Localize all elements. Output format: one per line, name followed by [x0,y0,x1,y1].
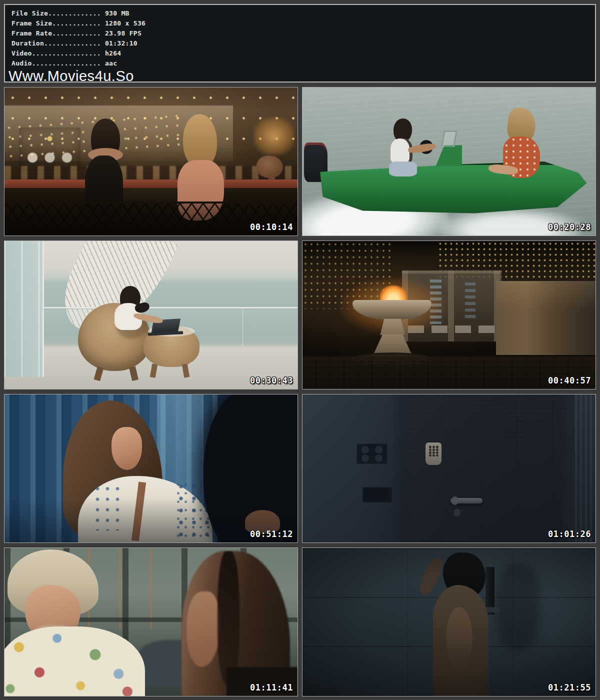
bar-counter [4,180,298,188]
timestamp-overlay: 00:10:14 [250,222,293,232]
market-stalls [4,166,298,180]
screenshot-courtyard-fire: 00:40:57 [302,240,596,390]
windshield [441,130,458,147]
timestamp-overlay: 00:30:43 [250,376,293,386]
fountain-stem [380,318,405,335]
darkness-overlay [302,394,596,542]
info-line-frame-size: Frame Size............ 1280 x 536 [12,18,589,28]
info-line-frame-rate: Frame Rate............ 23.98 FPS [12,28,589,38]
screenshot-shower: 01:21:55 [302,548,596,696]
screenshot-night-market: 00:10:14 [4,87,298,236]
glass-wall [4,241,44,377]
timestamp-overlay: 00:51:12 [250,529,293,539]
screenshot-two-men: 01:11:41 [4,548,298,696]
screenshot-grid: 00:10:14 00:20:28 [4,87,596,696]
handbag [256,156,283,178]
green-boat-hull [320,162,586,214]
info-line-file-size: File Size............. 930 MB [12,8,589,18]
timestamp-overlay: 00:40:57 [548,376,591,386]
screenshot-motorboat: 00:20:28 [302,87,596,236]
screenshot-blue-room-woman: 00:51:12 [4,394,298,543]
timestamp-overlay: 00:20:28 [548,222,591,232]
info-line-video: Video................. h264 [12,48,589,58]
timestamp-overlay: 01:01:26 [548,529,591,539]
stone-building [496,281,596,355]
woman-face [112,427,142,470]
timestamp-overlay: 01:11:41 [250,682,293,692]
info-line-duration: Duration.............. 01:32:10 [12,38,589,48]
boat-console [436,145,462,166]
lit-sign-glow [254,117,294,156]
table-leg [150,364,158,378]
hanging-decoration [465,282,476,321]
screenshot-dark-door: 01:01:26 [302,394,596,543]
media-info-panel: File Size............. 930 MB Frame Size… [4,4,596,82]
driver-shorts [389,162,417,176]
floral-shirt [4,626,145,696]
site-watermark: Www.Movies4u.So [8,70,589,82]
table-leg [182,364,190,378]
chair-leg [129,366,138,380]
info-line-audio: Audio................. aac [12,58,589,68]
vignette-overlay [302,548,596,696]
timestamp-overlay: 01:21:55 [548,682,591,692]
red-banner [19,128,80,170]
hair-strand [218,551,240,684]
younger-man-foreground [168,551,298,696]
chair-leg [94,366,104,380]
screenshot-balcony: 00:30:43 [4,240,298,390]
woman-right-hair [183,114,216,168]
